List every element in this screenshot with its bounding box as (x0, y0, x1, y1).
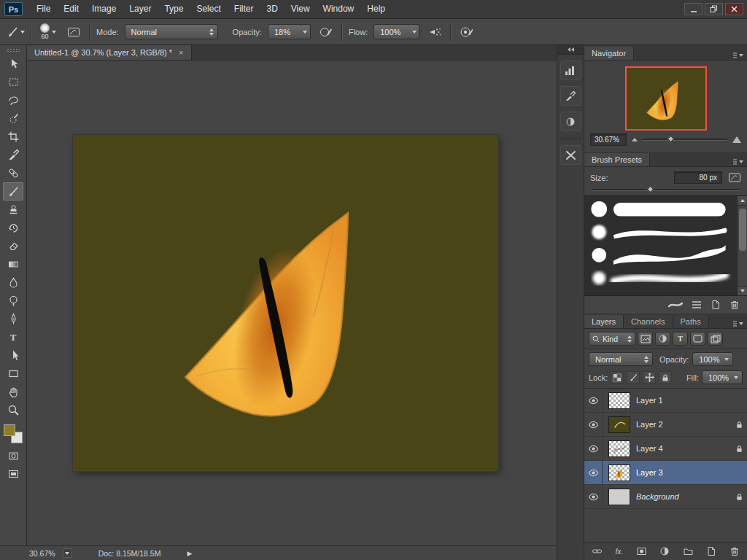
status-zoom[interactable]: 30.67% (29, 549, 55, 558)
layer-name[interactable]: Layer 1 (636, 396, 731, 405)
histogram-panel-button[interactable] (560, 61, 581, 80)
clone-stamp-tool[interactable] (3, 201, 23, 219)
layer-row[interactable]: Background (584, 485, 747, 509)
navigator-zoom-field[interactable]: 30.67% (590, 133, 627, 146)
eraser-tool[interactable] (3, 237, 23, 255)
menu-view[interactable]: View (285, 0, 317, 18)
layer-thumbnail[interactable] (608, 464, 630, 481)
brush-preset-picker[interactable]: 80 (38, 23, 58, 41)
menu-window[interactable]: Window (317, 0, 361, 18)
visibility-toggle[interactable] (584, 461, 603, 484)
tool-presets-panel-button[interactable] (560, 145, 581, 165)
dodge-tool[interactable] (3, 292, 23, 310)
menu-layer[interactable]: Layer (123, 0, 158, 18)
crop-tool[interactable] (3, 128, 23, 146)
scrollbar-thumb[interactable] (739, 209, 746, 251)
panel-menu-button[interactable] (732, 317, 744, 330)
tab-paths[interactable]: Paths (673, 315, 709, 328)
toggle-brush-panel-button[interactable] (64, 23, 83, 41)
adjustments-panel-button[interactable] (560, 112, 581, 131)
layer-row[interactable]: Layer 1 (584, 389, 747, 413)
tab-close-icon[interactable]: × (179, 49, 183, 57)
slider-thumb[interactable] (647, 186, 654, 193)
scroll-down-button[interactable] (738, 286, 747, 295)
brush-size-slider[interactable] (592, 189, 740, 191)
quick-mask-button[interactable] (3, 447, 23, 465)
document-tab[interactable]: Untitled-1 @ 30.7% (Layer 3, RGB/8) * × (27, 45, 192, 60)
filter-pixel-button[interactable] (638, 332, 653, 346)
menu-file[interactable]: File (30, 0, 57, 18)
eyedropper-tool[interactable] (3, 146, 23, 164)
color-swatches[interactable] (3, 424, 23, 444)
flow-dropdown-button[interactable] (409, 24, 419, 39)
filter-kind-select[interactable]: Kind (589, 332, 635, 346)
menu-help[interactable]: Help (360, 0, 392, 18)
zoom-tool[interactable] (3, 401, 23, 419)
brush-tool[interactable] (3, 182, 23, 201)
layer-thumbnail[interactable] (608, 392, 630, 409)
filter-smart-object-button[interactable] (708, 332, 723, 346)
menu-image[interactable]: Image (85, 0, 123, 18)
rectangle-tool[interactable] (3, 365, 23, 383)
pen-tool[interactable] (3, 310, 23, 328)
layer-name[interactable]: Layer 3 (636, 468, 731, 477)
status-options-arrow-icon[interactable]: ▶ (187, 550, 192, 557)
lock-position-button[interactable] (643, 371, 656, 384)
path-selection-tool[interactable] (3, 346, 23, 365)
zoom-in-icon[interactable] (732, 136, 741, 143)
layer-row[interactable]: Layer 2 (584, 413, 747, 437)
tab-navigator[interactable]: Navigator (584, 47, 634, 60)
preset-list-view-button[interactable] (692, 300, 702, 309)
layer-name[interactable]: Layer 4 (636, 444, 731, 453)
history-brush-tool[interactable] (3, 219, 23, 237)
navigator-thumbnail[interactable] (625, 66, 707, 131)
layer-name[interactable]: Background (636, 492, 731, 501)
visibility-toggle[interactable] (584, 485, 603, 508)
opacity-select[interactable]: 18% (268, 24, 301, 39)
add-layer-mask-button[interactable] (636, 546, 647, 556)
mode-select[interactable]: Normal (125, 24, 218, 39)
hand-tool[interactable] (3, 383, 23, 401)
new-group-button[interactable] (683, 546, 694, 556)
filter-adjustment-button[interactable] (655, 332, 670, 346)
flow-select[interactable]: 100% (374, 24, 410, 39)
layer-thumbnail[interactable] (608, 440, 630, 457)
scrollbar[interactable] (737, 196, 747, 295)
layer-thumbnail[interactable] (608, 489, 630, 505)
stroke-preview-button[interactable] (668, 300, 683, 309)
gradient-tool[interactable] (3, 255, 23, 273)
quick-selection-tool[interactable] (3, 109, 23, 128)
screen-mode-button[interactable] (3, 465, 23, 483)
lasso-tool[interactable] (3, 91, 23, 109)
slider-thumb[interactable] (667, 136, 674, 143)
canvas-pasteboard[interactable] (27, 61, 557, 545)
brush-preset-list[interactable] (584, 195, 747, 296)
new-brush-button[interactable] (711, 300, 721, 310)
foreground-color-swatch[interactable] (4, 424, 15, 436)
type-tool[interactable]: T (3, 328, 23, 346)
menu-type[interactable]: Type (158, 0, 190, 18)
healing-brush-tool[interactable] (3, 164, 23, 182)
close-button[interactable] (725, 3, 743, 15)
navigator-zoom-slider[interactable] (643, 139, 727, 141)
navigator-proxy-view[interactable] (625, 66, 707, 131)
visibility-toggle[interactable] (584, 413, 603, 436)
tool-preset-picker[interactable] (6, 23, 25, 41)
move-tool[interactable] (3, 55, 23, 73)
dock-expand-button[interactable] (557, 45, 584, 55)
scroll-up-button[interactable] (738, 196, 747, 206)
visibility-toggle[interactable] (584, 437, 603, 460)
delete-layer-button[interactable] (729, 546, 740, 556)
marquee-tool[interactable] (3, 73, 23, 91)
blend-mode-select[interactable]: Normal (589, 352, 653, 366)
adjustment-layer-button[interactable] (659, 546, 670, 556)
zoom-out-icon[interactable] (632, 138, 638, 141)
layer-row[interactable]: Layer 4 (584, 437, 747, 461)
opacity-dropdown-button[interactable] (301, 24, 311, 39)
pressure-size-button[interactable] (457, 23, 476, 41)
menu-3d[interactable]: 3D (260, 0, 284, 18)
layer-opacity-select[interactable]: 100% (692, 352, 733, 366)
lock-transparency-button[interactable] (611, 371, 624, 384)
minimize-button[interactable] (684, 3, 703, 15)
status-dropdown-button[interactable] (63, 548, 72, 558)
